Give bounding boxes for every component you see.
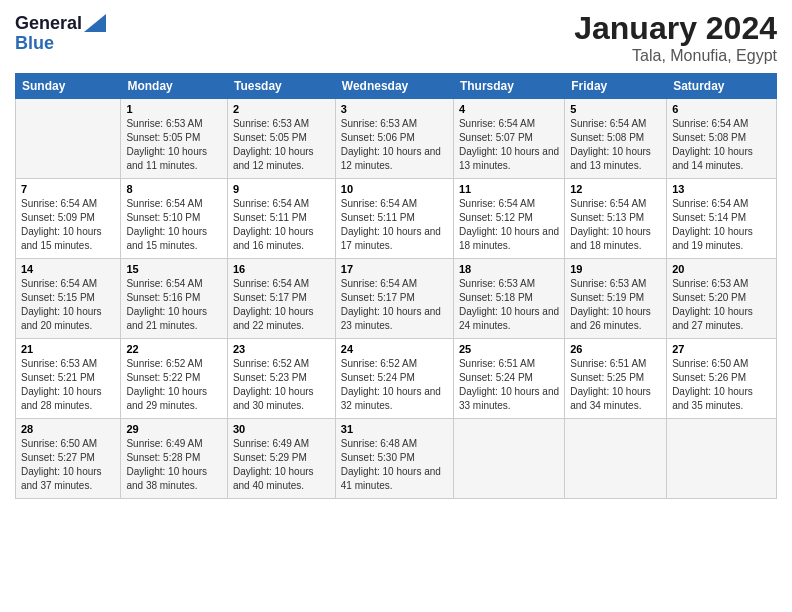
calendar-cell: 24 Sunrise: 6:52 AMSunset: 5:24 PMDaylig… — [335, 339, 453, 419]
day-info: Sunrise: 6:53 AMSunset: 5:05 PMDaylight:… — [233, 117, 330, 173]
calendar-cell: 14 Sunrise: 6:54 AMSunset: 5:15 PMDaylig… — [16, 259, 121, 339]
calendar-week-row-3: 14 Sunrise: 6:54 AMSunset: 5:15 PMDaylig… — [16, 259, 777, 339]
day-info: Sunrise: 6:49 AMSunset: 5:29 PMDaylight:… — [233, 437, 330, 493]
day-info: Sunrise: 6:51 AMSunset: 5:25 PMDaylight:… — [570, 357, 661, 413]
day-number: 21 — [21, 343, 115, 355]
calendar-cell — [667, 419, 777, 499]
header-tuesday: Tuesday — [227, 74, 335, 99]
calendar-cell: 3 Sunrise: 6:53 AMSunset: 5:06 PMDayligh… — [335, 99, 453, 179]
calendar-cell: 8 Sunrise: 6:54 AMSunset: 5:10 PMDayligh… — [121, 179, 228, 259]
day-info: Sunrise: 6:54 AMSunset: 5:08 PMDaylight:… — [672, 117, 771, 173]
day-number: 1 — [126, 103, 222, 115]
calendar-cell: 9 Sunrise: 6:54 AMSunset: 5:11 PMDayligh… — [227, 179, 335, 259]
calendar-cell: 19 Sunrise: 6:53 AMSunset: 5:19 PMDaylig… — [565, 259, 667, 339]
day-info: Sunrise: 6:54 AMSunset: 5:15 PMDaylight:… — [21, 277, 115, 333]
calendar-cell: 23 Sunrise: 6:52 AMSunset: 5:23 PMDaylig… — [227, 339, 335, 419]
day-info: Sunrise: 6:53 AMSunset: 5:05 PMDaylight:… — [126, 117, 222, 173]
day-number: 6 — [672, 103, 771, 115]
calendar-cell: 11 Sunrise: 6:54 AMSunset: 5:12 PMDaylig… — [453, 179, 564, 259]
day-info: Sunrise: 6:53 AMSunset: 5:20 PMDaylight:… — [672, 277, 771, 333]
page-container: General Blue January 2024 Tala, Monufia,… — [0, 0, 792, 509]
calendar-cell: 1 Sunrise: 6:53 AMSunset: 5:05 PMDayligh… — [121, 99, 228, 179]
calendar-cell: 2 Sunrise: 6:53 AMSunset: 5:05 PMDayligh… — [227, 99, 335, 179]
calendar-cell: 25 Sunrise: 6:51 AMSunset: 5:24 PMDaylig… — [453, 339, 564, 419]
day-number: 25 — [459, 343, 559, 355]
day-info: Sunrise: 6:49 AMSunset: 5:28 PMDaylight:… — [126, 437, 222, 493]
page-title: January 2024 — [574, 10, 777, 47]
day-info: Sunrise: 6:52 AMSunset: 5:24 PMDaylight:… — [341, 357, 448, 413]
calendar-cell: 6 Sunrise: 6:54 AMSunset: 5:08 PMDayligh… — [667, 99, 777, 179]
day-number: 19 — [570, 263, 661, 275]
day-number: 20 — [672, 263, 771, 275]
calendar-cell: 13 Sunrise: 6:54 AMSunset: 5:14 PMDaylig… — [667, 179, 777, 259]
day-number: 29 — [126, 423, 222, 435]
day-number: 5 — [570, 103, 661, 115]
day-number: 24 — [341, 343, 448, 355]
day-number: 4 — [459, 103, 559, 115]
calendar-cell: 4 Sunrise: 6:54 AMSunset: 5:07 PMDayligh… — [453, 99, 564, 179]
day-number: 12 — [570, 183, 661, 195]
page-subtitle: Tala, Monufia, Egypt — [574, 47, 777, 65]
logo-text-general: General — [15, 14, 82, 34]
header-thursday: Thursday — [453, 74, 564, 99]
day-number: 16 — [233, 263, 330, 275]
day-info: Sunrise: 6:54 AMSunset: 5:09 PMDaylight:… — [21, 197, 115, 253]
day-info: Sunrise: 6:54 AMSunset: 5:12 PMDaylight:… — [459, 197, 559, 253]
logo: General Blue — [15, 14, 106, 54]
day-number: 17 — [341, 263, 448, 275]
calendar-week-row-2: 7 Sunrise: 6:54 AMSunset: 5:09 PMDayligh… — [16, 179, 777, 259]
day-info: Sunrise: 6:54 AMSunset: 5:17 PMDaylight:… — [233, 277, 330, 333]
day-info: Sunrise: 6:53 AMSunset: 5:21 PMDaylight:… — [21, 357, 115, 413]
title-block: January 2024 Tala, Monufia, Egypt — [574, 10, 777, 65]
day-info: Sunrise: 6:52 AMSunset: 5:23 PMDaylight:… — [233, 357, 330, 413]
calendar-cell: 18 Sunrise: 6:53 AMSunset: 5:18 PMDaylig… — [453, 259, 564, 339]
calendar-cell: 21 Sunrise: 6:53 AMSunset: 5:21 PMDaylig… — [16, 339, 121, 419]
day-number: 11 — [459, 183, 559, 195]
calendar-cell: 29 Sunrise: 6:49 AMSunset: 5:28 PMDaylig… — [121, 419, 228, 499]
day-info: Sunrise: 6:53 AMSunset: 5:18 PMDaylight:… — [459, 277, 559, 333]
day-number: 26 — [570, 343, 661, 355]
day-number: 23 — [233, 343, 330, 355]
day-info: Sunrise: 6:53 AMSunset: 5:19 PMDaylight:… — [570, 277, 661, 333]
day-number: 2 — [233, 103, 330, 115]
calendar-week-row-1: 1 Sunrise: 6:53 AMSunset: 5:05 PMDayligh… — [16, 99, 777, 179]
calendar-cell: 10 Sunrise: 6:54 AMSunset: 5:11 PMDaylig… — [335, 179, 453, 259]
calendar-cell: 31 Sunrise: 6:48 AMSunset: 5:30 PMDaylig… — [335, 419, 453, 499]
logo-text-blue: Blue — [15, 34, 106, 54]
calendar-cell: 30 Sunrise: 6:49 AMSunset: 5:29 PMDaylig… — [227, 419, 335, 499]
calendar-week-row-5: 28 Sunrise: 6:50 AMSunset: 5:27 PMDaylig… — [16, 419, 777, 499]
day-number: 15 — [126, 263, 222, 275]
day-info: Sunrise: 6:54 AMSunset: 5:11 PMDaylight:… — [341, 197, 448, 253]
day-info: Sunrise: 6:54 AMSunset: 5:10 PMDaylight:… — [126, 197, 222, 253]
day-info: Sunrise: 6:53 AMSunset: 5:06 PMDaylight:… — [341, 117, 448, 173]
calendar-header-row: Sunday Monday Tuesday Wednesday Thursday… — [16, 74, 777, 99]
day-number: 8 — [126, 183, 222, 195]
day-info: Sunrise: 6:54 AMSunset: 5:14 PMDaylight:… — [672, 197, 771, 253]
day-number: 13 — [672, 183, 771, 195]
day-info: Sunrise: 6:50 AMSunset: 5:26 PMDaylight:… — [672, 357, 771, 413]
calendar-cell: 20 Sunrise: 6:53 AMSunset: 5:20 PMDaylig… — [667, 259, 777, 339]
calendar-week-row-4: 21 Sunrise: 6:53 AMSunset: 5:21 PMDaylig… — [16, 339, 777, 419]
header-saturday: Saturday — [667, 74, 777, 99]
header: General Blue January 2024 Tala, Monufia,… — [15, 10, 777, 65]
calendar-cell: 22 Sunrise: 6:52 AMSunset: 5:22 PMDaylig… — [121, 339, 228, 419]
calendar-cell: 17 Sunrise: 6:54 AMSunset: 5:17 PMDaylig… — [335, 259, 453, 339]
calendar-cell: 15 Sunrise: 6:54 AMSunset: 5:16 PMDaylig… — [121, 259, 228, 339]
day-number: 18 — [459, 263, 559, 275]
calendar-cell: 5 Sunrise: 6:54 AMSunset: 5:08 PMDayligh… — [565, 99, 667, 179]
logo-icon — [84, 14, 106, 32]
calendar-cell: 7 Sunrise: 6:54 AMSunset: 5:09 PMDayligh… — [16, 179, 121, 259]
calendar-cell — [16, 99, 121, 179]
day-number: 3 — [341, 103, 448, 115]
day-info: Sunrise: 6:50 AMSunset: 5:27 PMDaylight:… — [21, 437, 115, 493]
day-info: Sunrise: 6:54 AMSunset: 5:08 PMDaylight:… — [570, 117, 661, 173]
day-number: 31 — [341, 423, 448, 435]
svg-marker-0 — [84, 14, 106, 32]
day-info: Sunrise: 6:54 AMSunset: 5:13 PMDaylight:… — [570, 197, 661, 253]
day-number: 27 — [672, 343, 771, 355]
day-number: 14 — [21, 263, 115, 275]
day-info: Sunrise: 6:48 AMSunset: 5:30 PMDaylight:… — [341, 437, 448, 493]
day-info: Sunrise: 6:52 AMSunset: 5:22 PMDaylight:… — [126, 357, 222, 413]
day-info: Sunrise: 6:51 AMSunset: 5:24 PMDaylight:… — [459, 357, 559, 413]
header-monday: Monday — [121, 74, 228, 99]
